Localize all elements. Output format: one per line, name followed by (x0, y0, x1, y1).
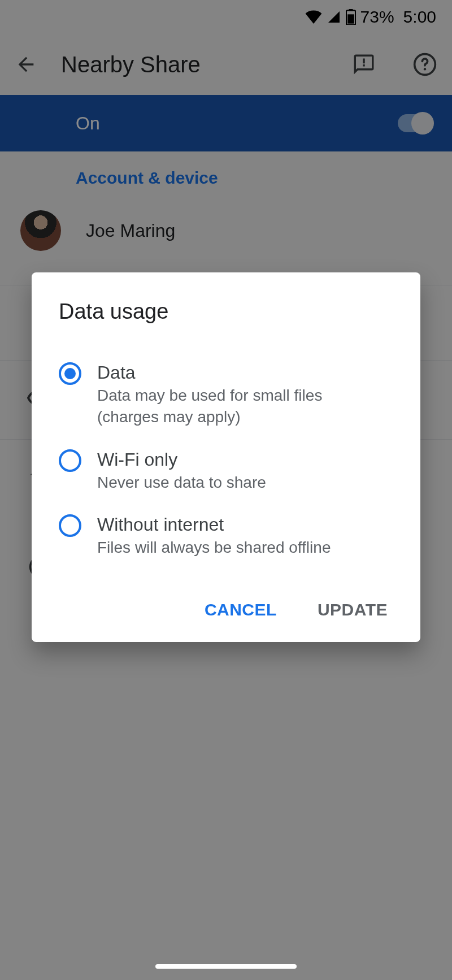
radio-option-without-internet[interactable]: Without internet Files will always be sh… (59, 503, 393, 569)
radio-desc: Files will always be shared offline (97, 537, 331, 558)
home-indicator[interactable] (155, 964, 297, 969)
data-usage-dialog: Data usage Data Data may be used for sma… (32, 272, 420, 642)
radio-label: Without internet (97, 513, 331, 536)
radio-desc: Never use data to share (97, 472, 266, 493)
radio-desc: Data may be used for small files (charge… (97, 385, 357, 428)
dialog-actions: CANCEL UPDATE (59, 593, 393, 626)
radio-option-wifi-only[interactable]: Wi-Fi only Never use data to share (59, 438, 393, 504)
radio-label: Data (97, 361, 357, 384)
radio-label: Wi-Fi only (97, 448, 266, 471)
radio-icon[interactable] (59, 449, 81, 472)
radio-icon[interactable] (59, 362, 81, 385)
cancel-button[interactable]: CANCEL (201, 593, 280, 626)
radio-option-data[interactable]: Data Data may be used for small files (c… (59, 351, 393, 438)
radio-icon[interactable] (59, 514, 81, 537)
dialog-title: Data usage (59, 300, 393, 324)
update-button[interactable]: UPDATE (314, 593, 391, 626)
